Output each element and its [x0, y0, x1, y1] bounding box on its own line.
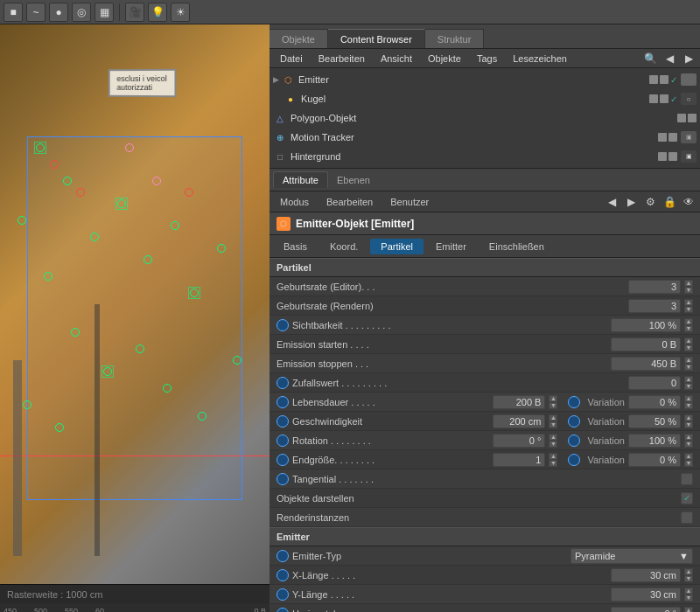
- expand-arrow-emitter[interactable]: ▶: [273, 75, 279, 84]
- sub-tab-koord[interactable]: Koord.: [319, 239, 368, 254]
- toolbar-icon-torus[interactable]: ◎: [72, 3, 91, 22]
- input-x-laenge[interactable]: [611, 568, 681, 582]
- arrow-down-endgroesse[interactable]: ▼: [549, 460, 557, 467]
- indicator-var-lebensdauer[interactable]: [568, 396, 580, 408]
- search-icon[interactable]: 🔍: [642, 51, 658, 66]
- input-sichtbarkeit[interactable]: [611, 318, 681, 332]
- tree-row-emitter[interactable]: ▶ ⬡ Emitter ✓: [270, 70, 700, 89]
- arrow-down-sichtbarkeit[interactable]: ▼: [684, 325, 693, 332]
- menu-objekte[interactable]: Objekte: [421, 52, 468, 66]
- indicator-rotation[interactable]: [276, 435, 289, 447]
- sub-tab-emitter[interactable]: Emitter: [425, 239, 477, 254]
- sub-tab-einschliessen[interactable]: Einschließen: [479, 239, 555, 254]
- toolbar-icon-cube[interactable]: ■: [4, 3, 23, 22]
- attr-btn-benutzer[interactable]: Benutzer: [383, 195, 436, 209]
- arrow-up-var-rotation[interactable]: ▲: [684, 434, 693, 441]
- input-geschwindigkeit[interactable]: [493, 414, 545, 428]
- viewport-3d[interactable]: esclusi i veicolautorizzati: [0, 24, 270, 584]
- input-lebensdauer[interactable]: [493, 395, 545, 409]
- attr-tab-ebenen[interactable]: Ebenen: [328, 172, 379, 188]
- indicator-horizontal[interactable]: [276, 608, 289, 613]
- arrow-left-icon[interactable]: ◀: [604, 194, 620, 210]
- arrow-down-var-lebensdauer[interactable]: ▼: [684, 402, 693, 409]
- input-var-lebensdauer[interactable]: [628, 395, 681, 409]
- menu-tags[interactable]: Tags: [470, 52, 504, 66]
- input-var-rotation[interactable]: [628, 434, 681, 448]
- indicator-endgroesse[interactable]: [276, 454, 289, 466]
- arrow-up-geschwindigkeit[interactable]: ▲: [549, 414, 557, 421]
- input-horizontal[interactable]: [611, 607, 681, 613]
- tree-row-polygon[interactable]: △ Polygon-Objekt: [270, 108, 700, 128]
- lock-icon[interactable]: 🔒: [662, 194, 677, 210]
- toolbar-icon-sphere[interactable]: ●: [49, 3, 68, 22]
- input-rotation[interactable]: [493, 434, 545, 448]
- arrow-down-var-geschwindigkeit[interactable]: ▼: [684, 421, 693, 428]
- indicator-var-endgroesse[interactable]: [568, 454, 580, 466]
- arrow-down-geburtsrate-editor[interactable]: ▼: [684, 287, 693, 294]
- indicator-x-laenge[interactable]: [276, 569, 289, 581]
- menu-ansicht[interactable]: Ansicht: [374, 52, 419, 66]
- arrow-down-y-laenge[interactable]: ▼: [684, 595, 693, 602]
- eye-icon[interactable]: 👁: [681, 194, 696, 210]
- arrow-down-emission-start[interactable]: ▼: [684, 344, 693, 351]
- menu-datei[interactable]: Datei: [273, 52, 310, 66]
- arrow-down-rotation[interactable]: ▼: [549, 441, 557, 448]
- toolbar-icon-curve[interactable]: ~: [26, 3, 46, 22]
- input-endgroesse[interactable]: [493, 453, 545, 467]
- sub-tab-basis[interactable]: Basis: [273, 239, 318, 254]
- input-var-geschwindigkeit[interactable]: [628, 414, 681, 428]
- arrow-down-lebensdauer[interactable]: ▼: [549, 402, 557, 409]
- attr-btn-modus[interactable]: Modus: [273, 195, 316, 209]
- tree-row-kugel[interactable]: ● Kugel ✓ ○: [270, 89, 700, 108]
- tab-objekte[interactable]: Objekte: [270, 29, 328, 48]
- arrow-down-var-rotation[interactable]: ▼: [684, 441, 693, 448]
- input-zufallswert[interactable]: [628, 376, 681, 390]
- properties-scroll[interactable]: Partikel Geburtsrate (Editor). . . ▲ ▼ G…: [270, 258, 700, 612]
- checkbox-tangential[interactable]: [681, 473, 693, 485]
- indicator-tangential[interactable]: [276, 473, 289, 485]
- arrow-up-endgroesse[interactable]: ▲: [549, 453, 557, 460]
- menu-bearbeiten[interactable]: Bearbeiten: [312, 52, 372, 66]
- indicator-lebensdauer[interactable]: [276, 396, 289, 408]
- attr-btn-bearbeiten[interactable]: Bearbeiten: [319, 195, 380, 209]
- arrow-up-zufallswert[interactable]: ▲: [684, 376, 693, 383]
- checkbox-renderinstanzen[interactable]: [681, 511, 693, 524]
- arrow-down-geburtsrate-render[interactable]: ▼: [684, 306, 693, 313]
- input-geburtsrate-editor[interactable]: [628, 280, 681, 294]
- input-var-endgroesse[interactable]: [628, 453, 681, 467]
- arrow-down-zufallswert[interactable]: ▼: [684, 383, 693, 390]
- indicator-zufallswert[interactable]: [276, 377, 289, 389]
- arrow-up-var-endgroesse[interactable]: ▲: [684, 453, 693, 460]
- arrow-down-emission-stop[interactable]: ▼: [684, 364, 693, 371]
- indicator-geschwindigkeit[interactable]: [276, 415, 289, 428]
- indicator-sichtbarkeit[interactable]: [276, 319, 289, 331]
- arrow-up-emission-start[interactable]: ▲: [684, 337, 693, 344]
- arrow-right-icon[interactable]: ▶: [623, 194, 639, 210]
- attr-tab-attribute[interactable]: Attribute: [273, 171, 328, 188]
- indicator-emitter-typ[interactable]: [276, 550, 289, 562]
- input-geburtsrate-render[interactable]: [628, 299, 681, 313]
- toolbar-icon-light[interactable]: 💡: [148, 3, 167, 22]
- navigate-forward-icon[interactable]: ▶: [681, 51, 696, 66]
- input-y-laenge[interactable]: [611, 588, 681, 602]
- arrow-down-var-endgroesse[interactable]: ▼: [684, 460, 693, 467]
- indicator-y-laenge[interactable]: [276, 588, 289, 601]
- arrow-up-var-lebensdauer[interactable]: ▲: [684, 395, 693, 402]
- arrow-up-emission-stop[interactable]: ▲: [684, 357, 693, 364]
- input-emission-start[interactable]: [611, 337, 681, 351]
- sub-tab-partikel[interactable]: Partikel: [370, 239, 424, 254]
- arrow-up-y-laenge[interactable]: ▲: [684, 588, 693, 595]
- arrow-up-sichtbarkeit[interactable]: ▲: [684, 318, 693, 325]
- navigate-back-icon[interactable]: ◀: [662, 51, 677, 66]
- toolbar-icon-lamp[interactable]: ☀: [171, 3, 190, 22]
- tools-icon[interactable]: ⚙: [642, 194, 658, 210]
- indicator-var-geschwindigkeit[interactable]: [568, 415, 580, 428]
- arrow-down-geschwindigkeit[interactable]: ▼: [549, 421, 557, 428]
- tab-content-browser[interactable]: Content Browser: [328, 29, 425, 48]
- arrow-up-horizontal[interactable]: ▲: [684, 607, 693, 613]
- input-emission-stop[interactable]: [611, 357, 681, 371]
- tree-row-hintergrund[interactable]: □ Hintergrund ▣: [270, 147, 700, 166]
- tree-row-motion[interactable]: ⊕ Motion Tracker ▣: [270, 128, 700, 147]
- menu-lesezeichen[interactable]: Lesezeichen: [506, 52, 574, 66]
- arrow-down-x-laenge[interactable]: ▼: [684, 575, 693, 582]
